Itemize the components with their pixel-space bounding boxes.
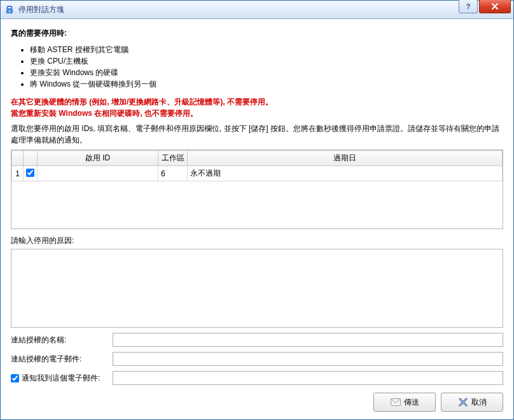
- svg-rect-0: [8, 6, 12, 9]
- bullet-item: 更換安裝 Windows 的硬碟: [30, 67, 503, 78]
- row-workspace: 6: [158, 166, 188, 181]
- notify-checkbox[interactable]: [11, 374, 19, 382]
- heading: 真的需要停用時:: [11, 28, 503, 39]
- name-input[interactable]: [113, 333, 503, 347]
- app-icon: [4, 4, 15, 15]
- row-expiry: 永不過期: [188, 166, 503, 181]
- title-bar: 停用對話方塊 ?: [1, 1, 513, 19]
- close-button[interactable]: [479, 0, 511, 13]
- bullet-item: 將 Windows 從一個硬碟轉換到另一個: [30, 78, 503, 90]
- name-label: 連結授權的名稱:: [11, 335, 113, 346]
- mail-icon: [391, 397, 401, 407]
- svg-point-2: [9, 11, 10, 12]
- col-header-exp: 過期日: [188, 151, 503, 166]
- bullet-item: 更換 CPU/主機板: [30, 55, 503, 67]
- cancel-button[interactable]: 取消: [441, 393, 503, 412]
- table-row: 1 6 永不過期: [12, 166, 503, 181]
- reason-label: 請輸入停用的原因:: [11, 235, 503, 246]
- bullet-list: 移動 ASTER 授權到其它電腦 更換 CPU/主機板 更換安裝 Windows…: [30, 44, 503, 90]
- reason-textarea[interactable]: [11, 249, 503, 328]
- instructions-text: 選取您要停用的啟用 IDs, 填寫名稱、電子郵件和停用原因欄位, 並按下 [儲存…: [11, 123, 503, 146]
- row-activation-id: [38, 166, 158, 181]
- dialog-content: 真的需要停用時: 移動 ASTER 授權到其它電腦 更換 CPU/主機板 更換安…: [1, 19, 513, 419]
- col-header-check: [24, 151, 38, 166]
- col-header-id: 啟用 ID: [38, 151, 158, 166]
- cancel-icon: [458, 397, 468, 407]
- activation-table: 啟用 ID 工作區 過期日 1 6 永不過期: [11, 150, 503, 229]
- window-title: 停用對話方塊: [18, 4, 64, 15]
- col-header-ws: 工作區: [158, 151, 188, 166]
- notify-label: 通知我到這個電子郵件:: [22, 373, 100, 384]
- warning-text: 在其它更換硬體的情形 (例如, 增加/更換網路卡、升級記憶體等), 不需要停用。…: [11, 96, 503, 119]
- help-button[interactable]: ?: [459, 0, 478, 13]
- email-input[interactable]: [113, 352, 503, 366]
- row-checkbox[interactable]: [26, 169, 34, 177]
- dialog-window: 停用對話方塊 ? 真的需要停用時: 移動 ASTER 授權到其它電腦 更換 CP…: [0, 0, 514, 420]
- col-header-num: [12, 151, 24, 166]
- email-label: 連結授權的電子郵件:: [11, 354, 113, 365]
- notify-email-input[interactable]: [113, 371, 503, 385]
- row-number: 1: [12, 166, 24, 181]
- svg-text:?: ?: [466, 3, 471, 10]
- bullet-item: 移動 ASTER 授權到其它電腦: [30, 44, 503, 55]
- send-button[interactable]: 傳送: [373, 393, 436, 412]
